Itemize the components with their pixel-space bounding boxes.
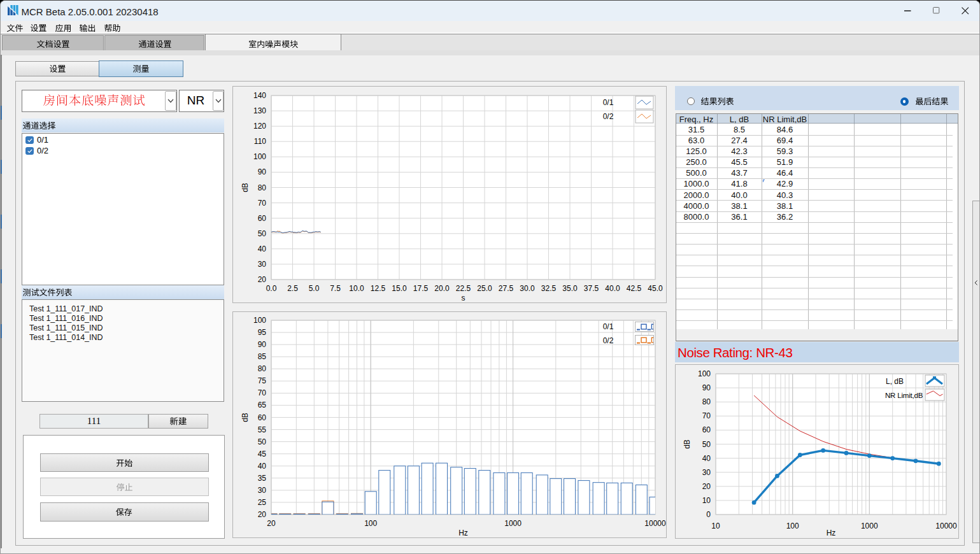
svg-text:100: 100 xyxy=(786,522,799,530)
svg-text:45: 45 xyxy=(258,450,267,458)
svg-text:42.5: 42.5 xyxy=(627,284,642,293)
svg-text:50: 50 xyxy=(702,440,711,449)
svg-text:2.5: 2.5 xyxy=(287,284,298,293)
svg-text:65: 65 xyxy=(258,401,267,409)
svg-text:80: 80 xyxy=(702,397,711,406)
svg-text:55: 55 xyxy=(258,425,267,434)
svg-text:10000: 10000 xyxy=(644,519,666,528)
svg-text:35.0: 35.0 xyxy=(562,284,578,293)
svg-text:s: s xyxy=(462,294,465,302)
svg-text:130: 130 xyxy=(253,106,266,115)
svg-text:37.5: 37.5 xyxy=(584,284,599,293)
svg-text:40: 40 xyxy=(258,245,267,253)
svg-text:20: 20 xyxy=(267,519,276,528)
svg-text:100: 100 xyxy=(698,369,711,378)
svg-text:100: 100 xyxy=(364,519,377,528)
svg-text:70: 70 xyxy=(702,411,711,420)
svg-text:1000: 1000 xyxy=(504,519,522,528)
svg-text:32.5: 32.5 xyxy=(541,284,557,293)
svg-text:Hz: Hz xyxy=(827,529,836,537)
svg-text:110: 110 xyxy=(254,137,266,146)
svg-text:50: 50 xyxy=(258,229,267,238)
svg-text:20.0: 20.0 xyxy=(434,284,450,293)
svg-text:100: 100 xyxy=(253,152,266,161)
svg-text:25: 25 xyxy=(258,498,267,507)
svg-text:30: 30 xyxy=(702,468,711,477)
svg-text:0/1: 0/1 xyxy=(603,322,614,331)
svg-text:0: 0 xyxy=(706,510,711,519)
svg-text:25.0: 25.0 xyxy=(477,284,492,293)
svg-text:40: 40 xyxy=(702,454,711,463)
svg-text:70: 70 xyxy=(258,388,267,397)
svg-text:100: 100 xyxy=(253,316,266,325)
svg-text:17.5: 17.5 xyxy=(413,284,429,293)
svg-text:40.0: 40.0 xyxy=(605,284,620,293)
svg-text:0/2: 0/2 xyxy=(603,336,614,345)
svg-text:7.5: 7.5 xyxy=(330,284,341,293)
svg-text:70: 70 xyxy=(258,199,267,208)
svg-text:10000: 10000 xyxy=(935,522,957,530)
svg-text:15.0: 15.0 xyxy=(392,284,407,293)
svg-text:27.5: 27.5 xyxy=(499,284,514,293)
svg-text:10: 10 xyxy=(711,522,720,530)
svg-text:40: 40 xyxy=(258,462,267,471)
svg-text:dB: dB xyxy=(241,183,250,192)
svg-text:120: 120 xyxy=(253,122,266,131)
svg-text:30: 30 xyxy=(258,486,267,495)
svg-text:12.5: 12.5 xyxy=(371,284,386,293)
svg-text:10: 10 xyxy=(702,496,711,505)
svg-text:dB: dB xyxy=(683,439,692,449)
svg-text:90: 90 xyxy=(258,340,267,349)
svg-text:Hz: Hz xyxy=(458,529,468,537)
svg-text:50: 50 xyxy=(258,437,267,446)
svg-text:L, dB: L, dB xyxy=(886,377,904,386)
svg-text:1000: 1000 xyxy=(861,522,878,530)
svg-text:60: 60 xyxy=(258,413,267,422)
svg-text:5.0: 5.0 xyxy=(309,284,320,293)
svg-text:20: 20 xyxy=(702,482,711,491)
svg-text:85: 85 xyxy=(258,352,267,361)
svg-text:60: 60 xyxy=(702,425,711,434)
svg-text:0.0: 0.0 xyxy=(266,284,277,293)
svg-text:75: 75 xyxy=(258,376,267,385)
svg-text:30: 30 xyxy=(258,260,267,269)
svg-text:80: 80 xyxy=(258,364,267,373)
svg-text:90: 90 xyxy=(702,383,711,392)
svg-text:20: 20 xyxy=(258,275,267,284)
svg-text:NR Limit,dB: NR Limit,dB xyxy=(885,392,923,399)
svg-text:22.5: 22.5 xyxy=(456,284,471,293)
svg-text:20: 20 xyxy=(258,510,267,519)
svg-text:35: 35 xyxy=(258,474,267,483)
svg-text:0/1: 0/1 xyxy=(603,98,614,107)
svg-text:dB: dB xyxy=(241,413,250,422)
svg-text:140: 140 xyxy=(253,91,266,100)
svg-text:60: 60 xyxy=(258,214,267,223)
svg-text:90: 90 xyxy=(258,167,267,176)
svg-text:0/2: 0/2 xyxy=(603,112,614,121)
svg-text:80: 80 xyxy=(258,183,267,192)
svg-text:45.0: 45.0 xyxy=(648,284,663,293)
svg-text:30.0: 30.0 xyxy=(520,284,535,293)
svg-text:95: 95 xyxy=(258,328,267,337)
svg-text:10.0: 10.0 xyxy=(349,284,364,293)
